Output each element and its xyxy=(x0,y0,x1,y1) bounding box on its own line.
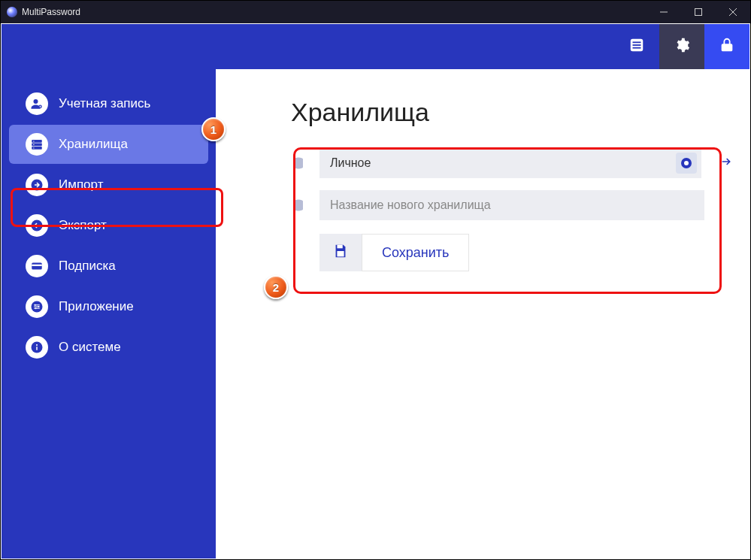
arrow-right-icon xyxy=(720,156,732,171)
svg-rect-1 xyxy=(695,9,702,16)
new-vault-input[interactable] xyxy=(330,198,694,212)
header-lock-button[interactable] xyxy=(704,24,749,69)
svg-rect-26 xyxy=(36,347,38,350)
list-icon xyxy=(628,37,645,56)
sidebar-item-label: Импорт xyxy=(59,177,103,192)
account-icon xyxy=(26,92,48,115)
svg-point-13 xyxy=(33,141,34,141)
sidebar-item-storage[interactable]: Хранилища xyxy=(9,125,208,164)
vault-name-input[interactable] xyxy=(330,156,676,170)
close-button[interactable] xyxy=(716,1,750,23)
page-title: Хранилища xyxy=(291,98,734,127)
svg-point-15 xyxy=(33,147,34,148)
header-list-button[interactable] xyxy=(614,24,659,69)
info-icon xyxy=(26,336,48,359)
app-shell: Учетная запись Хранилища Импорт xyxy=(2,24,749,558)
app-body: Учетная запись Хранилища Импорт xyxy=(2,69,749,558)
export-icon xyxy=(26,214,48,237)
main-content: Хранилища xyxy=(216,69,749,558)
vault-open-button[interactable] xyxy=(718,155,734,171)
import-icon xyxy=(26,174,48,196)
maximize-button[interactable] xyxy=(681,1,716,23)
svg-rect-7 xyxy=(633,47,641,49)
sidebar-item-label: Учетная запись xyxy=(59,96,150,111)
sidebar-item-import[interactable]: Импорт xyxy=(9,165,208,204)
svg-point-14 xyxy=(33,144,34,145)
radio-dot-icon xyxy=(681,158,692,168)
sidebar-item-label: Приложение xyxy=(59,299,134,314)
svg-point-23 xyxy=(35,307,37,309)
minimize-button[interactable] xyxy=(647,1,681,23)
app-header xyxy=(2,24,749,69)
sidebar-item-label: Подписка xyxy=(59,259,116,274)
gear-icon xyxy=(674,37,690,56)
titlebar-left: MultiPassword xyxy=(7,7,80,17)
sidebar-item-application[interactable]: Приложение xyxy=(9,287,208,326)
titlebar: MultiPassword xyxy=(1,1,750,23)
storage-icon xyxy=(26,133,48,156)
vault-name-field[interactable] xyxy=(319,148,701,178)
annotation-callout-2: 2 xyxy=(264,275,288,299)
svg-rect-6 xyxy=(633,44,641,46)
window-controls xyxy=(647,1,750,23)
new-vault-field[interactable] xyxy=(319,190,704,220)
sliders-icon xyxy=(26,295,48,318)
window-frame: MultiPassword xyxy=(0,0,751,560)
svg-rect-30 xyxy=(337,251,344,256)
sidebar-item-about[interactable]: О системе xyxy=(9,328,208,367)
database-icon xyxy=(291,156,306,170)
svg-rect-5 xyxy=(633,41,641,43)
app-icon xyxy=(7,7,17,17)
annotation-callout-1: 1 xyxy=(201,117,226,141)
vault-row-existing xyxy=(291,148,734,178)
save-icon-button[interactable] xyxy=(319,234,362,271)
card-icon xyxy=(26,255,48,277)
lock-icon xyxy=(719,37,735,56)
svg-rect-19 xyxy=(32,265,42,266)
svg-point-8 xyxy=(34,99,38,104)
svg-point-25 xyxy=(36,344,38,346)
sidebar-item-label: Хранилища xyxy=(59,137,128,152)
svg-rect-29 xyxy=(337,245,342,249)
sidebar-item-label: Экспорт xyxy=(59,218,107,233)
header-settings-button[interactable] xyxy=(659,24,704,69)
vault-selected-radio[interactable] xyxy=(676,153,697,174)
sidebar-item-export[interactable]: Экспорт xyxy=(9,206,208,245)
sidebar-item-label: О системе xyxy=(59,340,121,355)
save-row: Сохранить xyxy=(319,234,734,271)
sidebar: Учетная запись Хранилища Импорт xyxy=(2,69,216,558)
save-button[interactable]: Сохранить xyxy=(362,234,469,271)
sidebar-item-subscription[interactable]: Подписка xyxy=(9,247,208,286)
window-title: MultiPassword xyxy=(22,7,80,17)
save-button-label: Сохранить xyxy=(382,245,449,261)
save-icon xyxy=(332,243,349,262)
svg-point-22 xyxy=(38,306,39,307)
vault-row-new xyxy=(291,190,734,220)
svg-point-21 xyxy=(35,304,36,306)
sidebar-item-account[interactable]: Учетная запись xyxy=(9,84,208,123)
database-icon xyxy=(291,198,306,212)
